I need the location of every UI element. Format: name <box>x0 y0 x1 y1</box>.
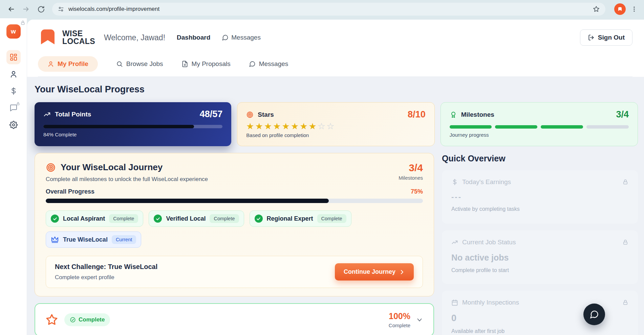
brand-name: WISE LOCALS <box>62 30 95 45</box>
header-nav-messages[interactable]: Messages <box>222 34 261 41</box>
sidebar-item-dashboard[interactable] <box>6 50 21 64</box>
milestone-chip-regional-expert[interactable]: Regional Expert Complete <box>250 210 351 227</box>
check-circle-icon <box>51 215 59 223</box>
content-area: Your WiseLocal Progress Total Points 48/… <box>27 77 644 335</box>
user-avatar[interactable]: w <box>6 24 21 39</box>
dollar-icon <box>451 179 458 185</box>
site-settings-icon <box>58 6 64 13</box>
back-arrow-icon <box>7 5 15 13</box>
continue-journey-button[interactable]: Continue Journey <box>335 263 414 281</box>
milestone-segments <box>450 125 629 129</box>
completion-percent: 100% <box>389 311 410 321</box>
journey-subtitle: Complete all milestones to unlock the fu… <box>46 176 208 183</box>
milestone-segment <box>450 125 492 129</box>
job-status-value: No active jobs <box>451 253 628 263</box>
tab-my-profile[interactable]: My Profile <box>38 56 98 72</box>
status-badge: Complete <box>317 214 346 223</box>
overall-progress-label: Overall Progress <box>46 188 94 195</box>
tab-messages[interactable]: Messages <box>249 56 288 72</box>
stars-row: ★★★★★★★★☆☆ <box>246 121 425 132</box>
milestones-card: Milestones 3/4 Journey progress <box>441 102 638 146</box>
earnings-caption: Activate by completing tasks <box>451 206 628 212</box>
sidebar-item-profile[interactable] <box>6 67 21 81</box>
total-points-card: Total Points 48/57 84% Complete <box>35 102 231 146</box>
browser-menu-button[interactable] <box>630 6 639 13</box>
completion-caption: Complete <box>389 322 410 328</box>
bookmark-star-icon[interactable] <box>593 5 600 13</box>
app-shell: w WISE LOCALS Welcome, Jawad! <box>0 18 644 335</box>
calendar-icon <box>451 299 458 306</box>
person-icon <box>9 70 18 78</box>
star-filled-icon: ★ <box>300 121 308 131</box>
forward-arrow-icon <box>22 5 30 13</box>
milestones-value: 3/4 <box>616 109 629 120</box>
bullseye-icon <box>46 162 56 173</box>
trending-up-icon <box>451 239 458 246</box>
points-caption: 84% Complete <box>43 132 222 137</box>
sidebar-item-settings[interactable] <box>6 118 21 132</box>
journey-title: Your WiseLocal Journey <box>61 162 163 173</box>
star-filled-icon: ★ <box>291 121 300 131</box>
check-circle-icon <box>70 317 76 323</box>
address-bar[interactable]: wiselocals.com/profile-improvement <box>52 3 605 16</box>
person-icon <box>47 61 54 67</box>
milestone-chip-true-wiselocal[interactable]: True WiseLocal Current <box>46 231 141 248</box>
chat-icon <box>222 34 229 41</box>
next-challenge-title: Next Challenge: True WiseLocal <box>55 263 157 271</box>
trending-up-icon <box>43 111 51 118</box>
milestone-segment <box>586 125 629 129</box>
tab-bar: My Profile Browse Jobs My Proposals Mess… <box>38 56 632 76</box>
reload-button[interactable] <box>35 3 47 15</box>
reload-icon <box>38 6 45 13</box>
sign-out-button[interactable]: Sign Out <box>580 29 632 46</box>
extension-icon[interactable] <box>614 3 626 15</box>
page-title: Your WiseLocal Progress <box>35 84 638 95</box>
lock-icon <box>622 239 628 245</box>
quick-overview-panel: Quick Overview Today's Earnings --- Acti… <box>442 153 638 335</box>
search-icon <box>116 61 123 67</box>
forward-button[interactable] <box>20 3 32 15</box>
chat-icon <box>249 61 256 67</box>
dashboard-grid-icon <box>9 53 18 61</box>
back-button[interactable] <box>5 3 17 15</box>
stars-card: Stars 8/10 ★★★★★★★★☆☆ Based on profile c… <box>237 102 434 146</box>
tab-my-proposals[interactable]: My Proposals <box>181 56 231 72</box>
dollar-icon <box>9 87 18 95</box>
url-text[interactable]: wiselocals.com/profile-improvement <box>68 6 593 13</box>
app-header: WISE LOCALS Welcome, Jawad! Dashboard Me… <box>27 20 644 77</box>
stars-caption: Based on profile completion <box>246 132 425 138</box>
star-outline-icon <box>45 313 58 326</box>
bullseye-icon <box>246 111 254 118</box>
monthly-inspections-card: Monthly Inspections 0 Available after fi… <box>442 291 638 335</box>
crown-icon <box>51 236 59 244</box>
logout-icon <box>588 34 595 41</box>
gear-icon <box>9 121 18 129</box>
star-filled-icon: ★ <box>282 121 291 131</box>
main-panel: WISE LOCALS Welcome, Jawad! Dashboard Me… <box>27 20 644 335</box>
sidebar-item-earnings[interactable] <box>6 84 21 98</box>
chevron-down-icon[interactable] <box>416 316 423 323</box>
status-badge: Current <box>112 235 136 244</box>
sidebar-item-messages[interactable] <box>6 101 21 115</box>
star-empty-icon: ☆ <box>326 121 335 131</box>
star-filled-icon: ★ <box>309 121 318 131</box>
status-badge: Complete <box>109 214 138 223</box>
wiselocals-logo-icon <box>38 28 58 47</box>
kebab-menu-icon <box>631 6 638 13</box>
chat-fab-button[interactable] <box>583 304 605 325</box>
earnings-value: --- <box>451 193 628 201</box>
milestone-chip-verified-local[interactable]: Verified Local Complete <box>149 210 244 227</box>
sidebar: w <box>0 18 27 335</box>
milestone-chips: Local Aspirant Complete Verified Local C… <box>46 210 423 248</box>
tab-browse-jobs[interactable]: Browse Jobs <box>116 56 163 72</box>
quick-overview-title: Quick Overview <box>442 154 638 163</box>
header-nav-dashboard[interactable]: Dashboard <box>177 34 210 41</box>
points-progress-fill <box>43 125 194 128</box>
star-empty-icon: ☆ <box>318 121 326 131</box>
milestone-segment <box>495 125 537 129</box>
lock-icon <box>622 179 628 185</box>
milestones-label: Milestones <box>461 111 494 118</box>
milestone-chip-local-aspirant[interactable]: Local Aspirant Complete <box>46 210 143 227</box>
profile-complete-card[interactable]: Complete 100% Complete <box>35 303 434 335</box>
chat-bubble-icon <box>589 310 599 319</box>
